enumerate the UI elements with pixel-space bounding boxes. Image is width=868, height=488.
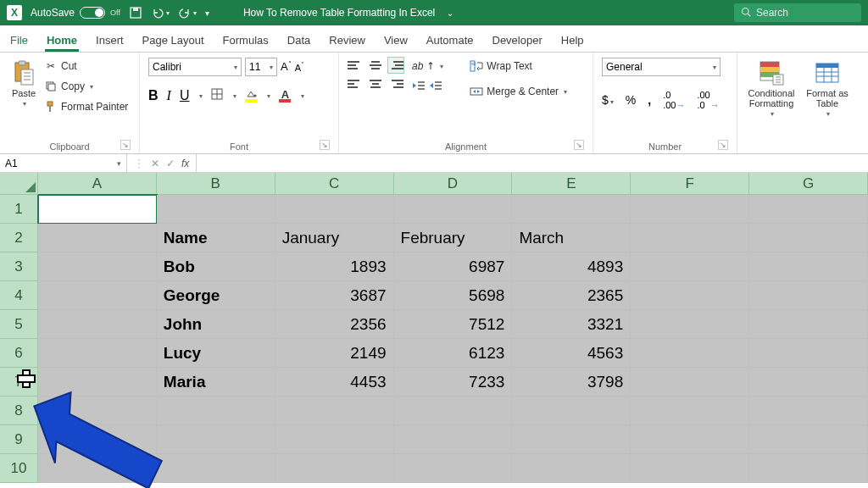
row-header-9[interactable]: 9 bbox=[0, 425, 38, 454]
cell[interactable] bbox=[749, 195, 868, 224]
fill-color-button[interactable] bbox=[245, 90, 257, 103]
tab-help[interactable]: Help bbox=[559, 29, 586, 52]
bold-button[interactable]: B bbox=[148, 88, 159, 103]
select-all-button[interactable] bbox=[0, 173, 38, 195]
cell[interactable]: 2356 bbox=[275, 310, 394, 339]
cell[interactable]: 6987 bbox=[394, 252, 513, 281]
font-name-select[interactable]: Calibri ▾ bbox=[148, 58, 242, 76]
cell[interactable] bbox=[157, 195, 275, 224]
decrease-font-icon[interactable]: A˅ bbox=[295, 62, 304, 73]
tab-insert[interactable]: Insert bbox=[94, 29, 125, 52]
cell[interactable] bbox=[38, 224, 157, 252]
formula-input[interactable] bbox=[197, 154, 868, 172]
cell[interactable] bbox=[394, 425, 513, 454]
align-top-button[interactable] bbox=[348, 58, 363, 73]
cell[interactable] bbox=[38, 396, 157, 425]
format-painter-button[interactable]: Format Painter bbox=[44, 98, 128, 115]
cell[interactable]: 7233 bbox=[394, 368, 513, 396]
cell[interactable] bbox=[394, 195, 513, 224]
align-left-button[interactable] bbox=[348, 76, 363, 92]
cell[interactable]: 5698 bbox=[394, 281, 513, 310]
cell[interactable] bbox=[749, 224, 868, 252]
redo-icon[interactable]: ▾ bbox=[178, 6, 197, 19]
align-right-button[interactable] bbox=[388, 76, 403, 92]
save-icon[interactable] bbox=[129, 6, 142, 19]
cancel-formula-button[interactable]: ✕ bbox=[151, 158, 159, 169]
fx-icon[interactable]: fx bbox=[181, 158, 189, 169]
format-as-table-button[interactable]: Format as Table ▾ bbox=[802, 58, 853, 119]
cell[interactable] bbox=[512, 454, 631, 483]
row-header-7[interactable]: 7 bbox=[0, 368, 38, 396]
cell[interactable]: 3321 bbox=[512, 310, 631, 339]
font-launcher-icon[interactable]: ↘ bbox=[320, 140, 330, 150]
number-format-select[interactable]: General ▾ bbox=[602, 58, 721, 76]
autosave-toggle[interactable]: AutoSave Off bbox=[31, 7, 120, 19]
tab-review[interactable]: Review bbox=[327, 29, 367, 52]
cell[interactable] bbox=[631, 252, 749, 281]
cell[interactable] bbox=[749, 252, 868, 281]
row-header-10[interactable]: 10 bbox=[0, 454, 38, 483]
cell[interactable] bbox=[157, 396, 275, 425]
column-header-b[interactable]: B bbox=[157, 173, 275, 195]
cell[interactable] bbox=[38, 454, 157, 483]
cell[interactable]: Maria bbox=[157, 368, 275, 396]
cell[interactable] bbox=[631, 310, 749, 339]
column-header-e[interactable]: E bbox=[512, 173, 631, 195]
decrease-decimal-button[interactable]: .00.0→ bbox=[697, 90, 719, 110]
cell[interactable] bbox=[394, 396, 513, 425]
row-header-5[interactable]: 5 bbox=[0, 310, 38, 339]
autosave-switch-icon[interactable] bbox=[80, 7, 105, 19]
enter-formula-button[interactable]: ✓ bbox=[166, 158, 175, 169]
increase-decimal-button[interactable]: .0.00→ bbox=[663, 90, 685, 110]
cell[interactable] bbox=[38, 368, 157, 396]
name-box[interactable]: A1 ▾ bbox=[0, 154, 127, 172]
row-header-4[interactable]: 4 bbox=[0, 281, 38, 310]
cell[interactable] bbox=[749, 339, 868, 368]
cell[interactable]: 2149 bbox=[275, 339, 394, 368]
cell[interactable] bbox=[38, 425, 157, 454]
cell[interactable] bbox=[749, 396, 868, 425]
column-header-d[interactable]: D bbox=[394, 173, 513, 195]
row-header-6[interactable]: 6 bbox=[0, 339, 38, 368]
column-header-g[interactable]: G bbox=[749, 173, 868, 195]
cell[interactable]: Lucy bbox=[157, 339, 275, 368]
cell[interactable]: John bbox=[157, 310, 275, 339]
row-header-8[interactable]: 8 bbox=[0, 396, 38, 425]
cell[interactable] bbox=[157, 425, 275, 454]
accounting-format-button[interactable]: $▾ bbox=[602, 93, 614, 107]
chevron-down-icon[interactable]: ▾ bbox=[267, 92, 270, 100]
tab-home[interactable]: Home bbox=[45, 29, 79, 52]
cell[interactable]: February bbox=[394, 224, 513, 252]
align-middle-button[interactable] bbox=[368, 58, 383, 73]
cell[interactable] bbox=[749, 281, 868, 310]
cell[interactable] bbox=[749, 425, 868, 454]
increase-indent-button[interactable] bbox=[429, 80, 442, 95]
cell[interactable] bbox=[275, 454, 394, 483]
column-header-c[interactable]: C bbox=[275, 173, 394, 195]
cell[interactable]: Bob bbox=[157, 252, 275, 281]
tab-file[interactable]: File bbox=[8, 29, 30, 52]
column-header-f[interactable]: F bbox=[631, 173, 749, 195]
cell[interactable] bbox=[631, 339, 749, 368]
cell[interactable]: 2365 bbox=[512, 281, 631, 310]
cell[interactable]: Name bbox=[157, 224, 275, 252]
borders-button[interactable] bbox=[211, 88, 223, 103]
cell[interactable] bbox=[512, 396, 631, 425]
comma-format-button[interactable]: , bbox=[648, 93, 651, 107]
cell[interactable] bbox=[512, 195, 631, 224]
align-center-button[interactable] bbox=[368, 76, 383, 92]
cell[interactable] bbox=[631, 454, 749, 483]
clipboard-launcher-icon[interactable]: ↘ bbox=[120, 140, 131, 150]
chevron-down-icon[interactable]: ▾ bbox=[301, 92, 304, 100]
wrap-text-button[interactable]: ab Wrap Text bbox=[470, 58, 567, 75]
tab-developer[interactable]: Developer bbox=[491, 29, 544, 52]
cell[interactable]: January bbox=[275, 224, 394, 252]
increase-font-icon[interactable]: A˄ bbox=[281, 60, 292, 73]
cell[interactable] bbox=[38, 310, 157, 339]
cell[interactable]: 3798 bbox=[512, 368, 631, 396]
tab-page-layout[interactable]: Page Layout bbox=[141, 29, 206, 52]
cell[interactable]: 1893 bbox=[275, 252, 394, 281]
cell[interactable] bbox=[631, 425, 749, 454]
cell[interactable]: 4893 bbox=[512, 252, 631, 281]
cell[interactable] bbox=[275, 396, 394, 425]
